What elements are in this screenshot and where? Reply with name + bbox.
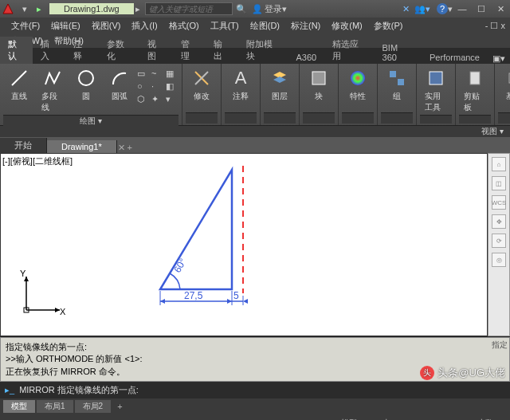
panel-view-footer[interactable]: 视图 ▾ <box>481 127 504 135</box>
svg-rect-4 <box>312 72 325 84</box>
region-icon[interactable]: ◧ <box>166 81 178 92</box>
datum-label: 基点 <box>506 91 510 102</box>
property-label: 特性 <box>350 91 366 102</box>
nav-home-icon[interactable]: ⌂ <box>492 157 506 171</box>
polyline-button[interactable]: 多段线 <box>37 65 69 115</box>
tab-a360[interactable]: A360 <box>288 51 324 64</box>
qat-dropdown-icon[interactable]: ▾ <box>19 3 30 14</box>
layout-1[interactable]: 布局1 <box>37 400 73 413</box>
svg-text:Y: Y <box>20 269 26 278</box>
circle-button[interactable]: 圆 <box>70 65 102 104</box>
tab-annotate[interactable]: 注释 <box>65 37 98 64</box>
tab-output[interactable]: 输出 <box>206 37 238 64</box>
layer-button[interactable]: 图层 <box>264 65 296 104</box>
menu-annotate[interactable]: 标注(N) <box>291 20 320 32</box>
group-button[interactable]: 组 <box>381 65 413 104</box>
tab-param[interactable]: 参数化 <box>99 37 140 64</box>
layout-model[interactable]: 模型 <box>3 400 35 413</box>
cloud-icon[interactable]: 👥▾ <box>414 4 430 14</box>
ellipse-icon[interactable]: ○ <box>137 81 150 92</box>
menu-insert[interactable]: 插入(I) <box>131 20 157 32</box>
close-button[interactable]: ✕ <box>491 2 510 15</box>
more1-icon[interactable]: ⬡ <box>137 94 150 105</box>
help-icon[interactable]: ? <box>437 3 448 14</box>
hatch-icon[interactable]: ▦ <box>166 69 178 80</box>
menu-format[interactable]: 格式(O) <box>169 20 199 32</box>
drawing-canvas[interactable]: [-][俯视][二维线框] 60° 27,5 5 X <box>0 153 488 336</box>
nav-cube-icon[interactable]: ◫ <box>492 176 506 190</box>
nav-wheel-icon[interactable]: ◎ <box>492 253 506 267</box>
panel-draw-footer[interactable]: 绘图 ▾ <box>3 115 178 126</box>
menu-draw[interactable]: 绘图(D) <box>250 20 280 32</box>
dim2-label: 5 <box>233 290 239 301</box>
maximize-button[interactable]: ☐ <box>472 2 491 15</box>
exchange-icon[interactable]: ✕ <box>402 4 410 14</box>
menu-file[interactable]: 文件(F) <box>11 20 40 32</box>
menu-view[interactable]: 视图(V) <box>92 20 121 32</box>
layout-2[interactable]: 布局2 <box>75 400 112 413</box>
menu-tools[interactable]: 工具(T) <box>210 20 239 32</box>
block-button[interactable]: 块 <box>303 65 335 104</box>
login-link[interactable]: 登录 <box>265 3 282 15</box>
tab-default[interactable]: 默认 <box>0 37 33 64</box>
tab-bim[interactable]: BIM 360 <box>375 41 422 64</box>
svg-marker-18 <box>160 299 165 304</box>
utility-label: 实用工具 <box>425 91 447 113</box>
tab-insert[interactable]: 插入 <box>33 37 65 64</box>
menu-param[interactable]: 参数(P) <box>374 20 403 32</box>
svg-rect-8 <box>430 72 442 84</box>
view-label[interactable]: [-][俯视][二维线框] <box>2 155 73 167</box>
polyline-label: 多段线 <box>41 91 64 113</box>
spline-icon[interactable]: ~ <box>151 69 164 80</box>
layout-add-icon[interactable]: + <box>112 402 127 411</box>
qat-arrow-icon[interactable]: ▸ <box>33 3 45 14</box>
cmd-line1: 指定镜像线的第一点: <box>6 341 504 353</box>
svg-line-0 <box>12 71 26 85</box>
more2-icon[interactable]: ✦ <box>151 94 164 105</box>
svg-marker-11 <box>160 170 232 289</box>
tab-featured[interactable]: 精选应用 <box>324 37 374 64</box>
clipboard-button[interactable]: 剪贴板 <box>459 65 491 115</box>
group-label: 组 <box>393 91 401 102</box>
line-label: 直线 <box>11 91 27 102</box>
history-side: 指定 <box>492 340 508 351</box>
tab-addon[interactable]: 附加模块 <box>238 37 288 64</box>
arc-button[interactable]: 圆弧 <box>104 65 135 104</box>
user-icon[interactable]: 👤 <box>252 4 263 14</box>
nav-orbit-icon[interactable]: ⟳ <box>492 234 506 248</box>
datum-button[interactable]: 基点 <box>498 65 510 104</box>
tab-manage[interactable]: 管理 <box>173 37 206 64</box>
annotate-button[interactable]: A注释 <box>225 65 257 104</box>
doc-dropdown-icon[interactable]: ▸ <box>135 4 140 14</box>
login-dropdown-icon[interactable]: ▾ <box>282 4 287 14</box>
line-button[interactable]: 直线 <box>3 65 35 104</box>
tab-drawing1[interactable]: Drawing1* <box>47 140 117 153</box>
arc-label: 圆弧 <box>112 91 128 102</box>
tab-start[interactable]: 开始 <box>0 138 47 153</box>
dim1-label: 27,5 <box>184 290 203 301</box>
tab-perf[interactable]: Performance <box>422 51 488 64</box>
layer-label: 图层 <box>272 91 288 102</box>
utility-button[interactable]: 实用工具 <box>420 65 452 115</box>
app-icon[interactable] <box>0 2 16 15</box>
nav-pan-icon[interactable]: ✥ <box>492 214 506 229</box>
svg-marker-20 <box>243 299 248 304</box>
property-button[interactable]: 特性 <box>342 65 374 104</box>
point-icon[interactable]: · <box>151 81 164 92</box>
watermark-text: 头条@UG大佬 <box>437 366 505 380</box>
new-tab-button[interactable]: ✕ + <box>117 143 133 153</box>
menu-edit[interactable]: 编辑(E) <box>51 20 80 32</box>
search-input[interactable] <box>145 2 233 15</box>
modify-button[interactable]: 修改 <box>186 65 218 104</box>
search-icon[interactable]: 🔍 <box>236 4 247 14</box>
tab-view[interactable]: 视图 <box>139 37 172 64</box>
minimize-button[interactable]: — <box>453 2 472 15</box>
cmd-icon[interactable]: ▸_ <box>5 385 14 395</box>
cmd-prompt[interactable]: MIRROR 指定镜像线的第一点: <box>19 384 139 396</box>
rect-icon[interactable]: ▭ <box>137 69 150 80</box>
nav-wcs[interactable]: WCS <box>492 195 506 210</box>
more3-icon[interactable]: ▾ <box>166 94 178 105</box>
menu-close-icon[interactable]: - ☐ x <box>485 21 505 31</box>
menu-modify[interactable]: 修改(M) <box>332 20 363 32</box>
ribbon-hide-icon[interactable]: ▣▾ <box>488 53 510 64</box>
